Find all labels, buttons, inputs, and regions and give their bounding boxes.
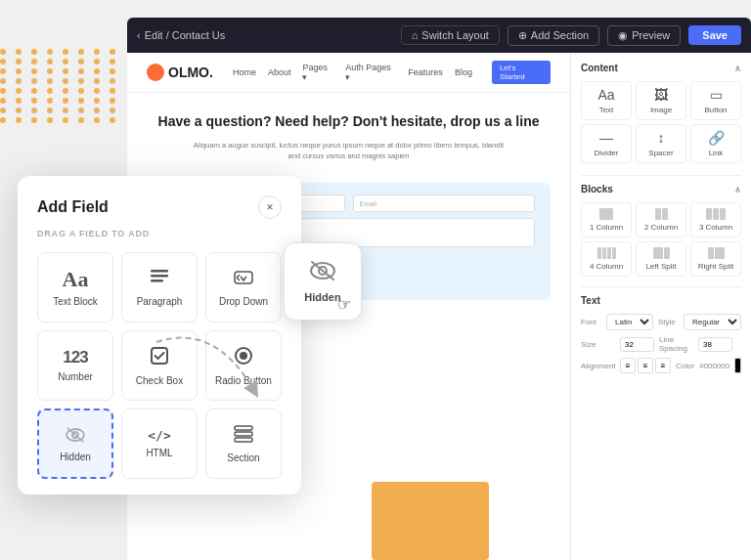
preview-cta[interactable]: Let's Started bbox=[492, 61, 551, 84]
color-value: #000000 bbox=[699, 362, 729, 370]
align-center-button[interactable]: ≡ bbox=[638, 358, 653, 373]
content-item-spacer[interactable]: ↕ Spacer bbox=[636, 124, 686, 163]
text-section-title: Text bbox=[581, 295, 741, 306]
color-label: Color bbox=[676, 362, 694, 370]
preview-button[interactable]: ◉ Preview bbox=[607, 25, 681, 46]
hidden-field-icon bbox=[65, 426, 86, 446]
paragraph-icon bbox=[149, 268, 170, 290]
hidden-badge-icon bbox=[308, 260, 337, 287]
block-2-column[interactable]: 2 Column bbox=[636, 202, 686, 237]
add-section-button[interactable]: ⊕ Add Section bbox=[508, 25, 599, 46]
line-spacing-label: Line Spacing bbox=[659, 335, 693, 353]
plus-icon: ⊕ bbox=[518, 29, 527, 42]
blocks-chevron-icon: ∧ bbox=[734, 185, 741, 194]
back-button[interactable]: ‹ Edit / Contact Us bbox=[137, 29, 225, 41]
text-section: Text Font Latin Style Regular Size Line … bbox=[581, 295, 741, 373]
preview-nav-links: Home About Pages ▾ Auth Pages ▾ Features… bbox=[233, 63, 472, 82]
switch-layout-button[interactable]: ⌂ Switch Layout bbox=[401, 25, 500, 45]
hero-body: Aliquam a augue suscipit, luctus neque p… bbox=[193, 140, 506, 162]
text-icon: Aa bbox=[597, 87, 614, 103]
svg-rect-6 bbox=[152, 348, 167, 364]
save-button[interactable]: Save bbox=[688, 25, 741, 45]
divider-icon: — bbox=[599, 130, 613, 146]
align-left-button[interactable]: ≡ bbox=[620, 358, 636, 373]
link-icon: 🔗 bbox=[708, 130, 725, 146]
form-email-field[interactable]: Email bbox=[353, 194, 536, 212]
field-text-block[interactable]: Aa Text Block bbox=[37, 252, 113, 323]
block-4-column[interactable]: 4 Column bbox=[581, 241, 632, 277]
field-check-box[interactable]: Check Box bbox=[121, 330, 198, 401]
block-left-split[interactable]: Left Split bbox=[636, 241, 686, 277]
preview-navbar: OLMO. Home About Pages ▾ Auth Pages ▾ Fe… bbox=[127, 53, 570, 93]
alignment-buttons: ≡ ≡ ≡ bbox=[620, 358, 671, 373]
line-spacing-input[interactable] bbox=[698, 337, 732, 352]
html-label: HTML bbox=[146, 448, 172, 458]
text-block-icon: Aa bbox=[63, 269, 89, 290]
cursor-icon: ☞ bbox=[337, 295, 351, 314]
color-swatch[interactable] bbox=[734, 358, 741, 373]
block-right-split[interactable]: Right Split bbox=[690, 241, 741, 277]
content-item-divider[interactable]: — Divider bbox=[581, 124, 632, 163]
blocks-section-title: Blocks ∧ bbox=[581, 184, 741, 194]
html-icon: </> bbox=[148, 429, 170, 442]
add-field-modal: Add Field × DRAG A FIELD TO ADD Aa Text … bbox=[18, 176, 301, 495]
text-block-label: Text Block bbox=[53, 296, 98, 307]
svg-rect-13 bbox=[235, 432, 252, 436]
blocks-grid: 1 Column 2 Column 3 Column 4 Column Left… bbox=[581, 202, 741, 277]
number-icon: 123 bbox=[63, 349, 87, 366]
field-drop-down[interactable]: Drop Down bbox=[205, 252, 282, 323]
field-hidden[interactable]: Hidden bbox=[37, 409, 113, 479]
block-3-column[interactable]: 3 Column bbox=[690, 202, 741, 237]
style-select[interactable]: Regular bbox=[684, 314, 741, 330]
content-item-text[interactable]: Aa Text bbox=[581, 81, 632, 120]
check-box-label: Check Box bbox=[136, 375, 183, 386]
content-grid: Aa Text 🖼 Image ▭ Button — Divider ↕ Spa… bbox=[581, 81, 741, 163]
preview-logo: OLMO. bbox=[147, 64, 213, 81]
panel-divider-2 bbox=[581, 286, 741, 287]
home-icon: ⌂ bbox=[412, 29, 419, 41]
section-icon bbox=[233, 424, 254, 447]
field-section[interactable]: Section bbox=[205, 409, 282, 479]
preview-hero: Have a question? Need help? Don't hesita… bbox=[127, 93, 570, 183]
image-icon: 🖼 bbox=[654, 87, 668, 103]
number-label: Number bbox=[58, 371, 93, 382]
modal-title: Add Field bbox=[37, 198, 109, 216]
radio-button-label: Radio Button bbox=[215, 375, 272, 386]
modal-subtitle: DRAG A FIELD TO ADD bbox=[37, 229, 282, 238]
svg-rect-0 bbox=[151, 270, 168, 273]
svg-rect-12 bbox=[235, 426, 252, 430]
content-item-image[interactable]: 🖼 Image bbox=[636, 81, 686, 120]
content-item-button[interactable]: ▭ Button bbox=[690, 81, 741, 120]
drop-down-label: Drop Down bbox=[219, 296, 268, 307]
blocks-section: Blocks ∧ 1 Column 2 Column 3 Column 4 Co… bbox=[581, 184, 741, 277]
hero-heading: Have a question? Need help? Don't hesita… bbox=[156, 112, 541, 132]
modal-header: Add Field × bbox=[37, 195, 282, 219]
paragraph-label: Paragraph bbox=[137, 296, 183, 307]
field-paragraph[interactable]: Paragraph bbox=[121, 252, 198, 323]
decorative-orange-box bbox=[372, 482, 489, 560]
hidden-drag-badge: Hidden ☞ bbox=[284, 242, 362, 321]
drop-down-icon bbox=[233, 268, 254, 290]
radio-button-icon bbox=[233, 345, 254, 369]
block-1-column[interactable]: 1 Column bbox=[581, 202, 632, 237]
modal-close-button[interactable]: × bbox=[258, 195, 282, 219]
panel-divider bbox=[581, 175, 741, 176]
section-label: Section bbox=[227, 452, 259, 463]
right-panel: Content ∧ Aa Text 🖼 Image ▭ Button — Div… bbox=[570, 53, 751, 560]
svg-line-5 bbox=[237, 278, 240, 280]
check-box-icon bbox=[149, 345, 170, 369]
spacer-icon: ↕ bbox=[658, 130, 665, 146]
size-input[interactable] bbox=[620, 337, 654, 352]
field-number[interactable]: 123 Number bbox=[37, 330, 113, 401]
field-radio-button[interactable]: Radio Button bbox=[205, 330, 282, 401]
field-html[interactable]: </> HTML bbox=[121, 409, 198, 479]
content-item-link[interactable]: 🔗 Link bbox=[690, 124, 741, 163]
svg-line-4 bbox=[237, 275, 240, 278]
content-chevron-icon: ∧ bbox=[734, 64, 741, 73]
content-section-title: Content ∧ bbox=[581, 63, 741, 73]
align-right-button[interactable]: ≡ bbox=[655, 358, 671, 373]
hidden-label: Hidden bbox=[60, 452, 91, 462]
svg-point-8 bbox=[240, 352, 247, 360]
font-select[interactable]: Latin bbox=[606, 314, 653, 330]
logo-icon bbox=[147, 64, 164, 81]
